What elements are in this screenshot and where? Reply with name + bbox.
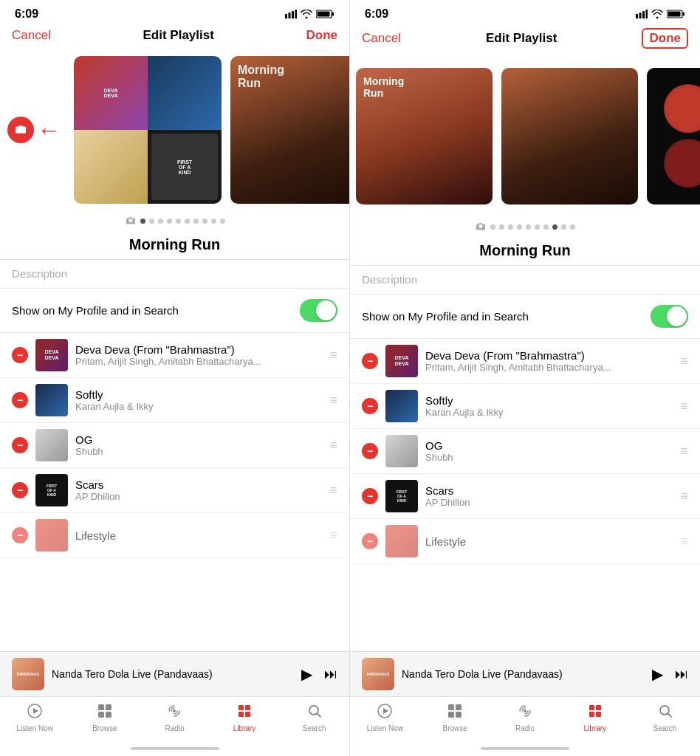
dot-4-left[interactable]: [167, 219, 172, 224]
nav-bar-right: Cancel Edit Playlist Done: [350, 24, 700, 55]
nav-radio-right[interactable]: Radio: [503, 703, 547, 732]
nav-listen-now-left[interactable]: Listen Now: [13, 703, 57, 732]
nav-search-left[interactable]: Search: [292, 703, 337, 732]
drag-handle-5-right[interactable]: ≡: [680, 534, 688, 549]
toggle-section-left: Show on My Profile and in Search: [0, 289, 349, 333]
dot-8-right[interactable]: [552, 224, 557, 230]
song-remove-5-left[interactable]: −: [12, 527, 28, 543]
nav-browse-right[interactable]: Browse: [433, 703, 477, 732]
svg-rect-17: [245, 712, 250, 717]
status-time-left: 6:09: [15, 7, 38, 21]
artwork-collage[interactable]: DEVADEVA FIRSTOF AKIND: [74, 56, 222, 204]
toggle-switch-left[interactable]: [300, 299, 337, 322]
song-remove-3-left[interactable]: −: [12, 437, 28, 453]
artwork-scroll-left[interactable]: ← DEVADEVA FIRSTOF AKIND MorningRun: [0, 49, 349, 211]
song-remove-2-right[interactable]: −: [362, 398, 378, 414]
dot-8-left[interactable]: [202, 219, 207, 224]
song-artist-2-right: Karan Aujla & Ikky: [425, 407, 673, 418]
art-mr2-label: MorningRun: [363, 75, 404, 99]
dot-2-left[interactable]: [149, 219, 154, 224]
artwork-dark-right[interactable]: [647, 68, 700, 205]
dot-7-left[interactable]: [193, 219, 199, 224]
song-title-4-right: Scars: [425, 484, 673, 497]
playlist-name-right[interactable]: Morning Run: [362, 242, 688, 264]
song-remove-2-left[interactable]: −: [12, 392, 28, 408]
drag-handle-2-right[interactable]: ≡: [680, 399, 688, 414]
artwork-mr3-right[interactable]: [501, 68, 638, 205]
dot-3-right[interactable]: [508, 224, 513, 230]
description-placeholder-right[interactable]: Description: [362, 273, 417, 286]
playlist-name-section-right: Morning Run: [350, 236, 700, 266]
dot-9-right[interactable]: [561, 224, 566, 230]
camera-dot-left: [125, 216, 137, 226]
drag-handle-1-left[interactable]: ≡: [329, 348, 337, 363]
library-icon-right: [587, 703, 603, 723]
dot-4-right[interactable]: [517, 224, 522, 230]
dot-6-left[interactable]: [185, 219, 190, 224]
song-remove-1-left[interactable]: −: [12, 347, 28, 363]
dot-1-left[interactable]: [140, 219, 145, 224]
nav-browse-left[interactable]: Browse: [83, 703, 127, 732]
done-button-right[interactable]: Done: [642, 28, 688, 49]
play-button-left[interactable]: ▶: [301, 665, 312, 683]
artwork-mr2-right[interactable]: MorningRun: [356, 68, 493, 205]
svg-rect-15: [245, 705, 250, 710]
song-artist-4-left: AP Dhillon: [75, 491, 322, 502]
drag-handle-4-left[interactable]: ≡: [329, 483, 337, 498]
drag-handle-2-left[interactable]: ≡: [329, 393, 337, 408]
dot-3-left[interactable]: [158, 219, 163, 224]
cancel-button-right[interactable]: Cancel: [362, 31, 401, 46]
dot-5-right[interactable]: [526, 224, 531, 230]
song-remove-4-right[interactable]: −: [362, 488, 378, 504]
song-remove-4-left[interactable]: −: [12, 482, 28, 498]
artwork-morning1[interactable]: MorningRun: [230, 56, 349, 204]
dot-5-left[interactable]: [176, 219, 181, 224]
drag-handle-4-right[interactable]: ≡: [680, 489, 688, 504]
nav-library-left[interactable]: Library: [222, 703, 267, 732]
nav-radio-left[interactable]: Radio: [152, 703, 196, 732]
drag-handle-1-right[interactable]: ≡: [680, 354, 688, 369]
song-art-4-right: FIRSTOF AKIND: [385, 480, 418, 512]
home-bar-right: [481, 747, 569, 750]
toggle-switch-right[interactable]: [651, 305, 688, 328]
description-placeholder-left[interactable]: Description: [12, 267, 67, 280]
cancel-button-left[interactable]: Cancel: [12, 28, 51, 43]
drag-handle-3-left[interactable]: ≡: [329, 438, 337, 453]
svg-rect-34: [589, 705, 594, 710]
dot-2-right[interactable]: [499, 224, 504, 230]
dot-7-right[interactable]: [543, 224, 549, 230]
dark-circles-container: [664, 84, 701, 188]
forward-button-right[interactable]: ⏭: [675, 667, 688, 682]
song-remove-5-right[interactable]: −: [362, 533, 378, 549]
song-art-2-left: [35, 384, 68, 416]
play-button-right[interactable]: ▶: [652, 665, 663, 683]
done-button-left[interactable]: Done: [306, 28, 337, 43]
song-remove-1-right[interactable]: −: [362, 353, 378, 369]
nav-search-right[interactable]: Search: [643, 703, 687, 732]
drag-handle-5-left[interactable]: ≡: [329, 528, 337, 543]
art-cell-deva: DEVADEVA: [74, 56, 148, 130]
nav-bar-left: Cancel Edit Playlist Done: [0, 24, 349, 49]
artwork-scroll-right[interactable]: MorningRun: [350, 55, 700, 217]
dot-6-right[interactable]: [535, 224, 540, 230]
dot-9-left[interactable]: [211, 219, 216, 224]
nav-listen-now-right[interactable]: Listen Now: [363, 703, 407, 732]
description-section-left: Description: [0, 260, 349, 289]
circle-tl: [664, 84, 701, 133]
song-title-5-left: Lifestyle: [75, 529, 322, 542]
forward-button-left[interactable]: ⏭: [324, 667, 337, 682]
svg-rect-35: [596, 705, 601, 710]
dot-10-left[interactable]: [220, 219, 225, 224]
dot-10-right[interactable]: [570, 224, 575, 230]
song-artist-3-left: Shubh: [75, 446, 322, 457]
song-art-3-left: [35, 429, 68, 461]
song-remove-3-right[interactable]: −: [362, 443, 378, 459]
svg-rect-10: [106, 704, 111, 710]
dot-1-right[interactable]: [490, 224, 495, 230]
camera-button-left[interactable]: [7, 117, 34, 143]
playlist-name-left[interactable]: Morning Run: [12, 236, 337, 258]
drag-handle-3-right[interactable]: ≡: [680, 444, 688, 459]
nav-library-right[interactable]: Library: [573, 703, 617, 732]
song-title-4-left: Scars: [75, 478, 322, 491]
battery-icon-left: [316, 8, 334, 21]
